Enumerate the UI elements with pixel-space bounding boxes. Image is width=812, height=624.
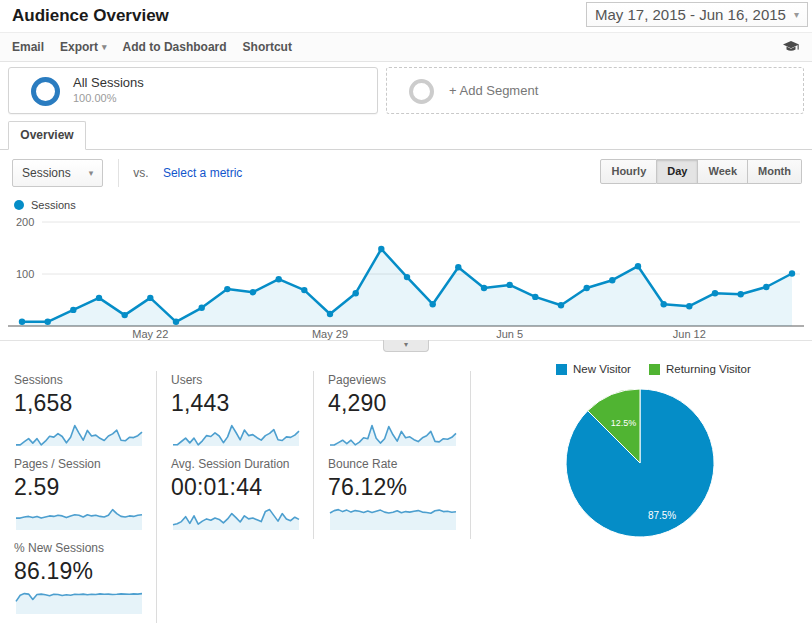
metric-card-sessions: Sessions 1,658 xyxy=(0,371,157,455)
sessions-sparkline xyxy=(14,421,144,447)
granularity-day-button[interactable]: Day xyxy=(657,159,698,184)
date-range-picker[interactable]: May 17, 2015 - Jun 16, 2015 ▾ xyxy=(586,2,808,27)
metric-label: Sessions xyxy=(14,373,144,387)
bounce-rate-sparkline xyxy=(328,505,458,531)
granularity-week-button[interactable]: Week xyxy=(698,159,748,184)
metric-label: Pageviews xyxy=(328,373,458,387)
chart-footer: ▾ xyxy=(0,340,812,353)
metric-select-dropdown[interactable]: Sessions ▾ xyxy=(12,159,103,187)
legend-returning-visitor: Returning Visitor xyxy=(649,363,751,375)
education-graduation-cap-icon[interactable] xyxy=(782,40,800,54)
segment-donut-icon xyxy=(31,77,60,106)
granularity-hourly-button[interactable]: Hourly xyxy=(600,159,657,184)
add-to-dashboard-button[interactable]: Add to Dashboard xyxy=(123,40,227,54)
pie-legend: New Visitor Returning Visitor xyxy=(556,363,751,375)
vs-label: vs. xyxy=(133,166,148,180)
metric-grid: Sessions 1,658 Users 1,443 Pageviews 4,2… xyxy=(0,359,470,623)
metric-label: Avg. Session Duration xyxy=(171,457,301,471)
visitor-type-section: New Visitor Returning Visitor 87.5%12.5% xyxy=(556,359,751,623)
metric-label: Users xyxy=(171,373,301,387)
metric-card-pages-session: Pages / Session 2.59 xyxy=(0,455,157,539)
metric-value: 76.12% xyxy=(328,474,458,501)
granularity-month-button[interactable]: Month xyxy=(748,159,802,184)
svg-text:12.5%: 12.5% xyxy=(611,418,637,428)
add-segment-ring-icon xyxy=(409,79,434,104)
svg-text:Jun 5: Jun 5 xyxy=(496,328,523,340)
metric-card-new-sessions: % New Sessions 86.19% xyxy=(0,539,157,623)
sessions-timeseries-chart[interactable]: 100200May 22May 29Jun 5Jun 12 xyxy=(8,214,804,340)
export-button[interactable]: Export ▾ xyxy=(60,40,107,54)
metric-value: 4,290 xyxy=(328,390,458,417)
metric-card-users: Users 1,443 xyxy=(157,371,314,455)
page-title: Audience Overview xyxy=(12,6,169,26)
tab-overview[interactable]: Overview xyxy=(8,121,86,150)
toolbar: Email Export ▾ Add to Dashboard Shortcut xyxy=(0,32,812,62)
sessions-series-label: Sessions xyxy=(31,199,76,211)
metric-label: Pages / Session xyxy=(14,457,144,471)
summary-dashboard: Sessions 1,658 Users 1,443 Pageviews 4,2… xyxy=(0,359,812,623)
segment-name: All Sessions xyxy=(73,75,144,90)
visitor-pie-chart: 87.5%12.5% xyxy=(564,387,751,543)
metric-value: 2.59 xyxy=(14,474,144,501)
returning-visitor-swatch-icon xyxy=(649,364,660,375)
audience-overview-page: Audience Overview May 17, 2015 - Jun 16,… xyxy=(0,0,812,624)
sessions-series-dot-icon xyxy=(14,200,24,210)
metric-value: 1,443 xyxy=(171,390,301,417)
visitor-pie-svg: 87.5%12.5% xyxy=(564,387,716,539)
metric-select-caret-icon: ▾ xyxy=(89,168,94,178)
users-sparkline xyxy=(171,421,301,447)
new-sessions-sparkline xyxy=(14,589,144,615)
granularity-button-group: Hourly Day Week Month xyxy=(600,159,802,184)
segment-percent: 100.00% xyxy=(73,92,116,104)
svg-text:May 22: May 22 xyxy=(132,328,168,340)
metric-value: 00:01:44 xyxy=(171,474,301,501)
report-tabbar: Overview xyxy=(0,120,812,150)
select-a-metric-link[interactable]: Select a metric xyxy=(163,166,242,180)
chevron-down-icon: ▾ xyxy=(794,9,799,20)
add-segment-button[interactable]: + Add Segment xyxy=(386,67,804,114)
svg-text:May 29: May 29 xyxy=(312,328,348,340)
pageviews-sparkline xyxy=(328,421,458,447)
metric-label: % New Sessions xyxy=(14,541,144,555)
svg-text:100: 100 xyxy=(16,268,34,280)
metric-label: Bounce Rate xyxy=(328,457,458,471)
metric-value: 1,658 xyxy=(14,390,144,417)
add-segment-label: + Add Segment xyxy=(449,83,538,98)
legend-new-visitor: New Visitor xyxy=(556,363,631,375)
divider xyxy=(118,159,119,187)
new-visitor-swatch-icon xyxy=(556,364,567,375)
sessions-chart-svg: 100200May 22May 29Jun 5Jun 12 xyxy=(8,214,804,340)
export-caret-icon: ▾ xyxy=(102,42,107,52)
svg-text:Jun 12: Jun 12 xyxy=(673,328,706,340)
avg-duration-sparkline xyxy=(171,505,301,531)
svg-text:87.5%: 87.5% xyxy=(648,510,676,521)
metric-card-avg-duration: Avg. Session Duration 00:01:44 xyxy=(157,455,314,539)
shortcut-button[interactable]: Shortcut xyxy=(243,40,292,54)
collapse-chart-handle[interactable]: ▾ xyxy=(383,340,429,352)
chart-series-legend: Sessions xyxy=(0,196,812,214)
metric-card-pageviews: Pageviews 4,290 xyxy=(314,371,471,455)
metric-value: 86.19% xyxy=(14,558,144,585)
date-range-text: May 17, 2015 - Jun 16, 2015 xyxy=(595,6,786,23)
collapse-chart-icon: ▾ xyxy=(404,340,408,349)
svg-text:200: 200 xyxy=(16,216,34,228)
email-button[interactable]: Email xyxy=(12,40,44,54)
segments-bar: All Sessions 100.00% + Add Segment xyxy=(0,62,812,120)
chart-controls: Sessions ▾ vs. Select a metric Hourly Da… xyxy=(0,150,812,196)
pages-session-sparkline xyxy=(14,505,144,531)
page-header: Audience Overview May 17, 2015 - Jun 16,… xyxy=(0,0,812,32)
segment-all-sessions[interactable]: All Sessions 100.00% xyxy=(8,67,378,114)
metric-card-bounce-rate: Bounce Rate 76.12% xyxy=(314,455,471,539)
